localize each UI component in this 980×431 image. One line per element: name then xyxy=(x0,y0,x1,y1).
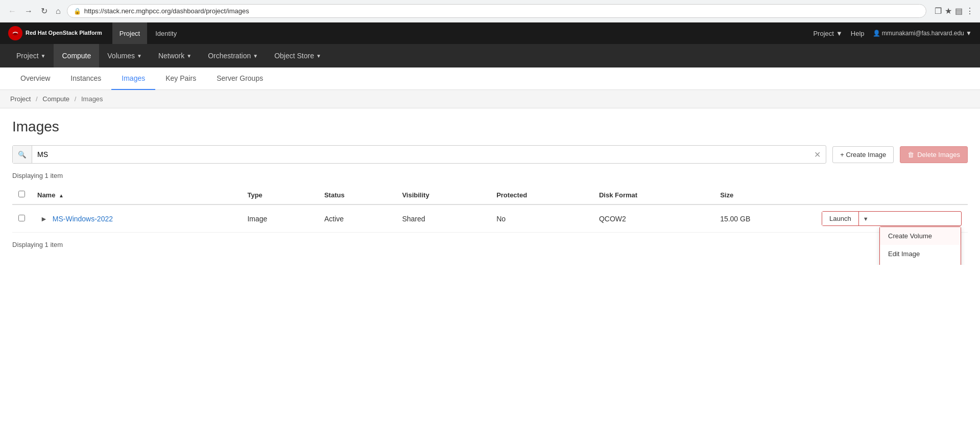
row-checkbox[interactable] xyxy=(18,215,25,221)
main-content: Images 🔍 ✕ + Create Image 🗑 Delete Image… xyxy=(0,108,980,265)
table-row: ► MS-Windows-2022 Image Active Shared No… xyxy=(12,205,968,233)
launch-dropdown-menu: Create Volume Edit Image Update Metadata… xyxy=(879,226,961,265)
browser-actions: ❐ ★ ▤ ⋮ xyxy=(935,6,974,16)
network-nav-chevron: ▼ xyxy=(186,53,192,59)
row-name-cell: ► MS-Windows-2022 xyxy=(31,205,241,233)
edit-image-menu-item[interactable]: Edit Image xyxy=(880,245,961,263)
lock-icon: 🔒 xyxy=(74,8,81,15)
row-checkbox-cell xyxy=(12,205,31,233)
search-icon: 🔍 xyxy=(18,151,27,158)
row-size-cell: 15.00 GB xyxy=(714,205,816,233)
delete-images-button[interactable]: 🗑 Delete Images xyxy=(900,146,968,163)
page-title: Images xyxy=(12,119,968,135)
table-header-row: Name ▲ Type Status Visibility Protected … xyxy=(12,186,968,205)
sub-nav-images[interactable]: Images xyxy=(111,67,155,90)
project-nav-chevron: ▼ xyxy=(41,53,46,59)
sec-nav-network[interactable]: Network ▼ xyxy=(150,44,200,67)
breadcrumb-sep-1: / xyxy=(36,95,38,103)
sub-nav-key-pairs[interactable]: Key Pairs xyxy=(155,67,206,90)
extensions-icon[interactable]: ▤ xyxy=(955,6,963,16)
row-disk-format-cell: QCOW2 xyxy=(593,205,714,233)
col-header-type: Type xyxy=(241,186,318,205)
name-sort-icon: ▲ xyxy=(59,193,64,198)
search-button[interactable]: 🔍 xyxy=(13,146,32,163)
sec-nav-object-store[interactable]: Object Store ▼ xyxy=(266,44,329,67)
create-image-button[interactable]: + Create Image xyxy=(832,146,894,163)
row-actions-cell: Launch ▼ Create Volume Edit Image Update… xyxy=(816,205,968,233)
orchestration-nav-chevron: ▼ xyxy=(253,53,258,59)
object-store-nav-chevron: ▼ xyxy=(316,53,321,59)
create-volume-menu-item[interactable]: Create Volume xyxy=(880,227,961,245)
sub-nav-overview[interactable]: Overview xyxy=(10,67,60,90)
home-button[interactable]: ⌂ xyxy=(54,5,63,18)
help-link[interactable]: Help xyxy=(851,30,865,37)
sec-nav-volumes[interactable]: Volumes ▼ xyxy=(99,44,150,67)
delete-icon: 🗑 xyxy=(907,151,914,158)
sec-nav-project[interactable]: Project ▼ xyxy=(8,44,54,67)
volumes-nav-chevron: ▼ xyxy=(137,53,142,59)
sub-nav: Overview Instances Images Key Pairs Serv… xyxy=(0,67,980,90)
col-header-visibility: Visibility xyxy=(396,186,490,205)
launch-button[interactable]: Launch xyxy=(822,212,859,225)
actions-bar: 🔍 ✕ + Create Image 🗑 Delete Images xyxy=(12,145,968,164)
col-header-disk-format: Disk Format xyxy=(593,186,714,205)
user-menu[interactable]: 👤 mmunakami@fas.harvard.edu ▼ xyxy=(873,30,972,37)
refresh-button[interactable]: ↻ xyxy=(39,4,50,18)
search-box: 🔍 ✕ xyxy=(12,145,826,164)
project-dropdown[interactable]: Project ▼ xyxy=(813,30,842,37)
display-count-top: Displaying 1 item xyxy=(12,172,968,179)
launch-btn-group: Launch ▼ Create Volume Edit Image Update… xyxy=(822,211,962,226)
select-all-checkbox[interactable] xyxy=(18,191,25,197)
sec-nav: Project ▼ Compute Volumes ▼ Network ▼ Or… xyxy=(0,44,980,67)
breadcrumb-images: Images xyxy=(81,95,103,103)
back-button[interactable]: ← xyxy=(6,5,18,18)
project-label: Project xyxy=(813,30,833,37)
red-hat-logo: Red Hat OpenStack Platform xyxy=(8,26,102,40)
update-metadata-menu-item[interactable]: Update Metadata xyxy=(880,263,961,265)
sec-nav-orchestration[interactable]: Orchestration ▼ xyxy=(200,44,266,67)
top-nav-right: Project ▼ Help 👤 mmunakami@fas.harvard.e… xyxy=(813,30,972,37)
col-header-protected: Protected xyxy=(490,186,593,205)
user-label: mmunakami@fas.harvard.edu xyxy=(882,30,964,37)
sub-nav-instances[interactable]: Instances xyxy=(60,67,111,90)
breadcrumb-sep-2: / xyxy=(75,95,77,103)
breadcrumb-compute[interactable]: Compute xyxy=(42,95,69,103)
address-bar: 🔒 https://stack.nerc.mghpcc.org/dashboar… xyxy=(67,4,926,18)
images-table: Name ▲ Type Status Visibility Protected … xyxy=(12,186,968,233)
col-header-actions xyxy=(816,186,968,205)
delete-images-label: Delete Images xyxy=(917,151,960,158)
top-nav-item-project[interactable]: Project xyxy=(112,22,147,44)
star-icon[interactable]: ★ xyxy=(945,6,952,16)
top-nav-items: Project Identity xyxy=(112,22,184,44)
breadcrumb-project[interactable]: Project xyxy=(10,95,31,103)
row-protected-cell: No xyxy=(490,205,593,233)
share-icon[interactable]: ❐ xyxy=(935,6,942,16)
select-all-header xyxy=(12,186,31,205)
browser-bar: ← → ↻ ⌂ 🔒 https://stack.nerc.mghpcc.org/… xyxy=(0,0,980,22)
col-header-name[interactable]: Name ▲ xyxy=(31,186,241,205)
sub-nav-server-groups[interactable]: Server Groups xyxy=(206,67,273,90)
launch-dropdown-button[interactable]: ▼ xyxy=(859,212,873,225)
search-clear-button[interactable]: ✕ xyxy=(809,150,826,160)
row-status-cell: Active xyxy=(318,205,396,233)
project-chevron-icon: ▼ xyxy=(836,30,843,37)
row-visibility-cell: Shared xyxy=(396,205,490,233)
menu-icon[interactable]: ⋮ xyxy=(966,6,974,16)
logo-icon xyxy=(8,26,22,40)
row-type-cell: Image xyxy=(241,205,318,233)
forward-button[interactable]: → xyxy=(22,5,35,18)
row-name-link[interactable]: MS-Windows-2022 xyxy=(53,215,113,223)
search-input[interactable] xyxy=(32,146,809,163)
sec-nav-compute[interactable]: Compute xyxy=(54,44,99,67)
row-expand-button[interactable]: ► xyxy=(37,214,51,224)
display-count-bottom: Displaying 1 item xyxy=(12,241,968,248)
top-nav: Red Hat OpenStack Platform Project Ident… xyxy=(0,22,980,44)
logo-label: Red Hat OpenStack Platform xyxy=(26,30,102,36)
top-nav-item-identity[interactable]: Identity xyxy=(148,22,184,44)
col-header-status: Status xyxy=(318,186,396,205)
url-text: https://stack.nerc.mghpcc.org/dashboard/… xyxy=(84,7,249,15)
col-header-size: Size xyxy=(714,186,816,205)
breadcrumb: Project / Compute / Images xyxy=(0,90,980,108)
